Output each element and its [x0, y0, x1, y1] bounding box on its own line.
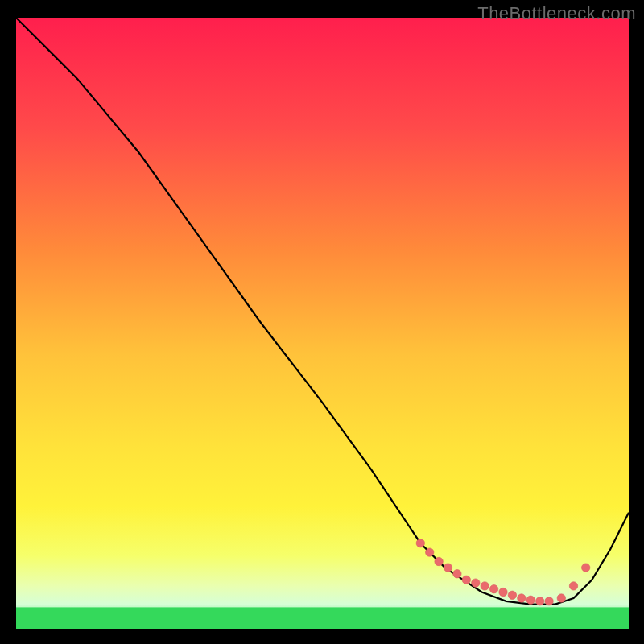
data-marker: [499, 588, 507, 596]
data-marker: [481, 582, 489, 590]
data-marker: [462, 576, 470, 584]
data-marker: [444, 564, 452, 572]
data-marker: [453, 570, 461, 578]
plot-background: [16, 18, 629, 629]
data-marker: [526, 596, 535, 604]
chart-container: { "watermark": "TheBottleneck.com", "col…: [0, 0, 644, 644]
data-marker: [536, 597, 544, 605]
data-marker: [426, 548, 434, 556]
data-marker: [435, 557, 443, 565]
data-marker: [472, 579, 480, 587]
data-marker: [569, 582, 577, 590]
data-marker: [508, 591, 516, 599]
green-band: [16, 607, 629, 629]
watermark-text: TheBottleneck.com: [477, 3, 636, 24]
data-marker: [582, 564, 590, 572]
data-marker: [518, 594, 526, 602]
data-marker: [416, 539, 424, 547]
data-marker: [557, 594, 565, 602]
data-marker: [489, 585, 497, 593]
chart-svg: [0, 0, 644, 644]
data-marker: [545, 597, 553, 605]
